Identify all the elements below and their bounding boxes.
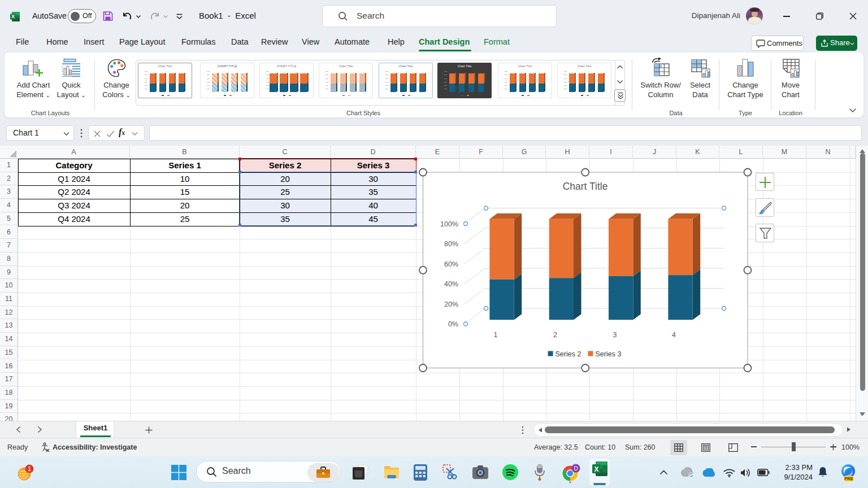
svg-text:Series 3: Series 3: [596, 350, 622, 358]
svg-text:0%: 0%: [448, 320, 458, 328]
svg-text:X: X: [11, 14, 15, 19]
svg-text:100%: 100%: [440, 220, 458, 228]
svg-text:Series 2: Series 2: [555, 350, 581, 358]
svg-text:20%: 20%: [444, 300, 458, 308]
svg-text:40%: 40%: [444, 280, 458, 288]
svg-text:1: 1: [494, 331, 498, 339]
svg-text:3: 3: [613, 331, 617, 339]
svg-text:Chart Title: Chart Title: [563, 181, 608, 192]
svg-text:2: 2: [553, 331, 557, 339]
svg-text:60%: 60%: [444, 260, 458, 268]
svg-text:1: 1: [28, 465, 31, 472]
svg-text:80%: 80%: [444, 240, 458, 248]
svg-text:X: X: [594, 465, 598, 473]
svg-text:PRE: PRE: [844, 476, 853, 481]
svg-text:4: 4: [672, 331, 676, 339]
svg-text:D: D: [574, 465, 578, 472]
